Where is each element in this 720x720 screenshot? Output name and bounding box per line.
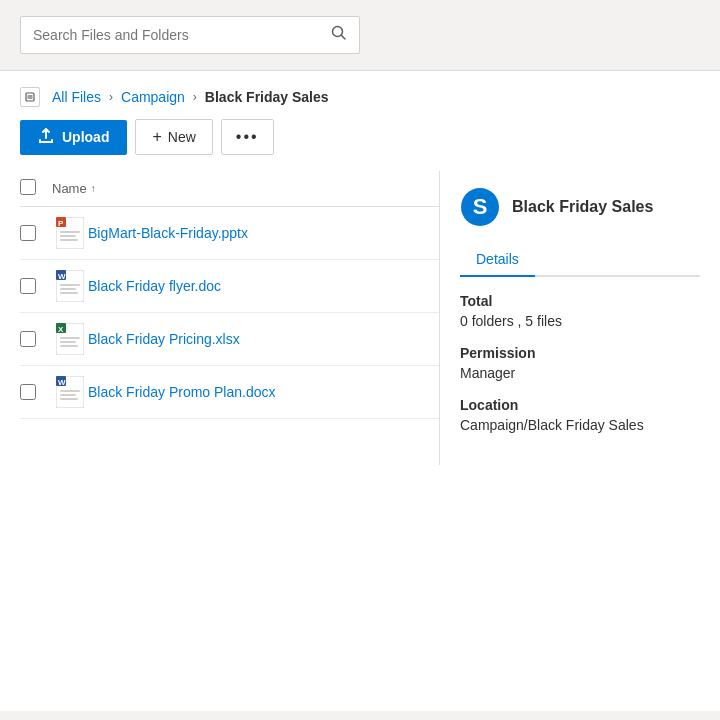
search-bar	[0, 0, 720, 71]
permission-label: Permission	[460, 345, 700, 361]
file-checkbox-1[interactable]	[20, 225, 36, 241]
svg-rect-2	[26, 93, 34, 101]
more-button[interactable]: •••	[221, 119, 274, 155]
tab-details[interactable]: Details	[460, 243, 535, 277]
more-icon: •••	[236, 128, 259, 146]
xlsx-file-icon: X	[52, 323, 88, 355]
breadcrumb-all-files[interactable]: All Files	[52, 89, 101, 105]
search-input[interactable]	[33, 27, 331, 43]
permission-value: Manager	[460, 365, 700, 381]
table-header: Name ↑	[20, 171, 439, 207]
file-name-4[interactable]: Black Friday Promo Plan.docx	[88, 384, 439, 400]
file-checkbox-2[interactable]	[20, 278, 36, 294]
svg-text:W: W	[58, 272, 66, 281]
table-row[interactable]: W Black Friday flyer.doc	[20, 260, 439, 313]
svg-rect-21	[60, 341, 76, 343]
file-list-panel: Name ↑ P	[0, 171, 440, 465]
panel-container: Name ↑ P	[0, 171, 720, 465]
svg-rect-8	[60, 231, 80, 233]
svg-rect-22	[60, 345, 78, 347]
file-checkbox-3[interactable]	[20, 331, 36, 347]
doc-file-icon: W	[52, 270, 88, 302]
row-checkbox-col	[20, 331, 52, 347]
svg-text:S: S	[473, 194, 488, 219]
name-column-header[interactable]: Name ↑	[52, 181, 96, 196]
svg-rect-15	[60, 288, 76, 290]
details-header: S Black Friday Sales	[460, 187, 700, 227]
svg-text:W: W	[58, 378, 66, 387]
breadcrumb-current: Black Friday Sales	[205, 89, 329, 105]
main-content: All Files › Campaign › Black Friday Sale…	[0, 71, 720, 711]
details-title: Black Friday Sales	[512, 198, 653, 216]
svg-rect-16	[60, 292, 78, 294]
breadcrumb: All Files › Campaign › Black Friday Sale…	[0, 71, 720, 119]
svg-rect-10	[60, 239, 78, 241]
toolbar: Upload + New •••	[0, 119, 720, 171]
breadcrumb-sep-1: ›	[109, 90, 113, 104]
upload-button[interactable]: Upload	[20, 120, 127, 155]
location-label: Location	[460, 397, 700, 413]
breadcrumb-sep-2: ›	[193, 90, 197, 104]
svg-rect-26	[60, 390, 80, 392]
table-row[interactable]: W Black Friday Promo Plan.docx	[20, 366, 439, 419]
breadcrumb-campaign[interactable]: Campaign	[121, 89, 185, 105]
details-tabs: Details	[460, 243, 700, 277]
search-icon	[331, 25, 347, 45]
upload-label: Upload	[62, 129, 109, 145]
file-checkbox-4[interactable]	[20, 384, 36, 400]
row-checkbox-col	[20, 384, 52, 400]
svg-rect-27	[60, 394, 76, 396]
details-location-section: Location Campaign/Black Friday Sales	[460, 397, 700, 433]
details-total-section: Total 0 folders , 5 files	[460, 293, 700, 329]
svg-text:X: X	[58, 325, 64, 334]
sharepoint-icon: S	[460, 187, 500, 227]
row-checkbox-col	[20, 278, 52, 294]
header-checkbox-col	[20, 179, 52, 198]
table-row[interactable]: P BigMart-Black-Friday.pptx	[20, 207, 439, 260]
new-label: New	[168, 129, 196, 145]
new-button[interactable]: + New	[135, 119, 212, 155]
plus-icon: +	[152, 128, 161, 146]
details-permission-section: Permission Manager	[460, 345, 700, 381]
docx-file-icon: W	[52, 376, 88, 408]
total-label: Total	[460, 293, 700, 309]
search-input-wrapper	[20, 16, 360, 54]
location-value: Campaign/Black Friday Sales	[460, 417, 700, 433]
row-checkbox-col	[20, 225, 52, 241]
total-value: 0 folders , 5 files	[460, 313, 700, 329]
select-all-checkbox[interactable]	[20, 179, 36, 195]
file-name-2[interactable]: Black Friday flyer.doc	[88, 278, 439, 294]
file-name-3[interactable]: Black Friday Pricing.xlsx	[88, 331, 439, 347]
svg-rect-14	[60, 284, 80, 286]
sort-arrow-icon: ↑	[91, 183, 96, 194]
svg-text:P: P	[58, 219, 64, 228]
file-name-1[interactable]: BigMart-Black-Friday.pptx	[88, 225, 439, 241]
pptx-file-icon: P	[52, 217, 88, 249]
table-row[interactable]: X Black Friday Pricing.xlsx	[20, 313, 439, 366]
svg-rect-28	[60, 398, 78, 400]
svg-rect-20	[60, 337, 80, 339]
breadcrumb-dropdown[interactable]	[20, 87, 40, 107]
upload-icon	[38, 128, 54, 147]
svg-line-1	[342, 36, 346, 40]
svg-rect-9	[60, 235, 76, 237]
details-panel: S Black Friday Sales Details Total 0 fol…	[440, 171, 720, 465]
